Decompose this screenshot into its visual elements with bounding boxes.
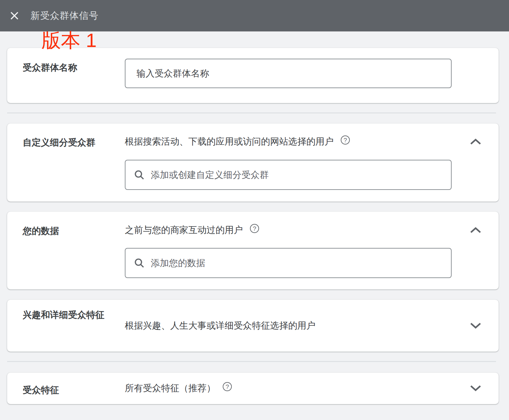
section-divider bbox=[7, 361, 496, 362]
chevron-up-icon bbox=[469, 138, 482, 145]
interests-card: 兴趣和详细受众特征 根据兴趣、人生大事或详细受众特征选择的用户 bbox=[7, 300, 499, 352]
your-data-description: 之前与您的商家互动过的用户 bbox=[125, 224, 243, 236]
audience-name-card: 受众群体名称 bbox=[7, 48, 499, 103]
demographics-card: 受众特征 所有受众特征（推荐） ? bbox=[7, 373, 499, 404]
audience-name-label: 受众群体名称 bbox=[23, 60, 77, 75]
chevron-up-icon bbox=[469, 227, 482, 234]
new-audience-signal-panel: 新受众群体信号 版本 1 受众群体名称 自定义细分受众群 根据搜索活动、下载的应… bbox=[0, 0, 509, 420]
demographics-description: 所有受众特征（推荐） bbox=[125, 382, 216, 394]
help-icon[interactable]: ? bbox=[223, 382, 232, 391]
custom-segments-search-box[interactable] bbox=[125, 160, 452, 190]
help-icon[interactable]: ? bbox=[341, 135, 350, 145]
your-data-card: 您的数据 之前与您的商家互动过的用户 ? bbox=[7, 212, 499, 289]
chevron-down-icon bbox=[469, 385, 482, 392]
panel-header: 新受众群体信号 bbox=[0, 0, 509, 31]
your-data-search-input[interactable] bbox=[151, 258, 443, 268]
custom-segments-description: 根据搜索活动、下载的应用或访问的网站选择的用户 bbox=[125, 135, 334, 148]
version-annotation: 版本 1 bbox=[41, 30, 97, 51]
your-data-search-box[interactable] bbox=[125, 248, 452, 278]
demographics-label: 受众特征 bbox=[23, 383, 59, 398]
chevron-down-icon bbox=[469, 322, 482, 329]
custom-segments-label: 自定义细分受众群 bbox=[23, 135, 95, 150]
panel-title: 新受众群体信号 bbox=[30, 9, 99, 22]
your-data-collapse-button[interactable] bbox=[466, 222, 485, 238]
demographics-expand-button[interactable] bbox=[466, 380, 485, 396]
your-data-label: 您的数据 bbox=[23, 224, 59, 239]
interests-expand-button[interactable] bbox=[466, 318, 485, 333]
interests-description: 根据兴趣、人生大事或详细受众特征选择的用户 bbox=[125, 320, 315, 332]
audience-name-input[interactable] bbox=[125, 59, 452, 88]
custom-segments-card: 自定义细分受众群 根据搜索活动、下载的应用或访问的网站选择的用户 ? bbox=[7, 123, 499, 202]
custom-segments-search-input[interactable] bbox=[151, 170, 443, 180]
section-divider bbox=[7, 112, 496, 113]
close-button[interactable] bbox=[6, 8, 22, 24]
interests-label: 兴趣和详细受众特征 bbox=[23, 308, 104, 322]
close-icon bbox=[9, 11, 19, 21]
custom-segments-collapse-button[interactable] bbox=[466, 134, 485, 149]
help-icon[interactable]: ? bbox=[250, 224, 259, 233]
search-icon bbox=[134, 258, 145, 269]
search-icon bbox=[134, 169, 145, 181]
